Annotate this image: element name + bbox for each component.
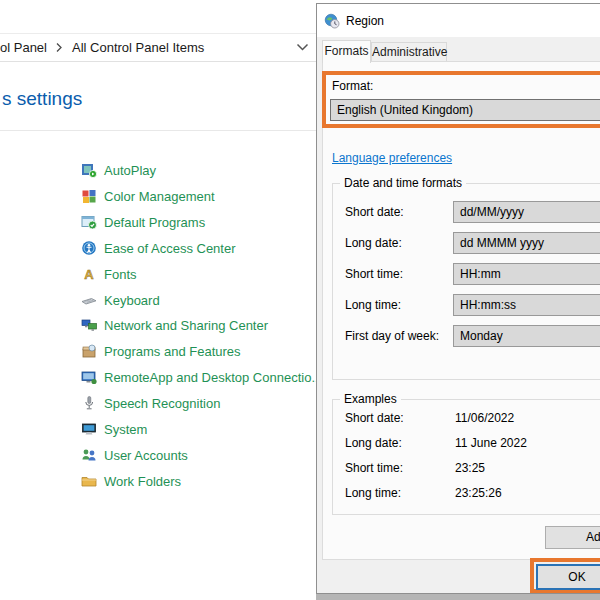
additional-settings-button[interactable]: Ad: [545, 526, 600, 549]
control-panel-item-keyboard[interactable]: Keyboard: [81, 291, 160, 309]
control-panel-item-label: Color Management: [104, 189, 215, 204]
default-programs-icon: [81, 214, 97, 230]
example-long-date-label: Long date:: [345, 436, 402, 450]
chevron-down-icon[interactable]: [296, 43, 309, 52]
control-panel-item-fonts[interactable]: A Fonts: [81, 265, 137, 283]
region-globe-clock-icon: [324, 13, 340, 29]
region-dialog: Region Formats Administrative Format: En…: [316, 3, 600, 594]
control-panel-item-label: User Accounts: [104, 448, 188, 463]
breadcrumb: ol Panel All Control Panel Items: [0, 33, 316, 62]
control-panel-item-label: RemoteApp and Desktop Connectio...: [104, 370, 322, 385]
control-panel-item-label: Ease of Access Center: [104, 241, 236, 256]
short-date-combobox[interactable]: dd/MM/yyyy: [453, 201, 600, 223]
remoteapp-icon: [81, 369, 97, 385]
work-folders-icon: [81, 473, 97, 489]
control-panel-item-autoplay[interactable]: AutoPlay: [81, 161, 156, 179]
control-panel-item-label: System: [104, 422, 147, 437]
ease-of-access-icon: [81, 240, 97, 256]
long-date-label: Long date:: [345, 236, 402, 250]
ok-button[interactable]: OK: [536, 564, 600, 590]
breadcrumb-all-control-panel-items[interactable]: All Control Panel Items: [72, 40, 204, 55]
dialog-bottom-shadow: [316, 594, 600, 600]
tab-administrative[interactable]: Administrative: [371, 42, 447, 63]
control-panel-item-label: Network and Sharing Center: [104, 318, 268, 333]
keyboard-icon: [81, 292, 97, 308]
dialog-title: Region: [346, 14, 384, 28]
example-short-date-label: Short date:: [345, 411, 404, 425]
color-management-icon: [81, 188, 97, 204]
control-panel-item-ease-of-access[interactable]: Ease of Access Center: [81, 239, 236, 257]
control-panel-item-label: Programs and Features: [104, 344, 241, 359]
control-panel-item-label: Default Programs: [104, 215, 205, 230]
control-panel-item-programs-features[interactable]: Programs and Features: [81, 342, 241, 360]
long-time-combobox[interactable]: HH:mm:ss: [453, 294, 600, 316]
autoplay-icon: [81, 162, 97, 178]
short-time-label: Short time:: [345, 267, 403, 281]
screen: ol Panel All Control Panel Items s setti…: [0, 0, 600, 600]
example-long-date-value: 11 June 2022: [455, 436, 527, 450]
control-panel-item-network-sharing[interactable]: Network and Sharing Center: [81, 316, 268, 334]
control-panel-item-system[interactable]: System: [81, 420, 147, 438]
control-panel-item-speech-recognition[interactable]: Speech Recognition: [81, 394, 220, 412]
control-panel-item-remoteapp[interactable]: RemoteApp and Desktop Connectio...: [81, 368, 322, 386]
dialog-titlebar: Region: [317, 4, 600, 37]
control-panel-item-label: Fonts: [104, 267, 137, 282]
example-short-time-value: 23:25: [455, 461, 485, 475]
control-panel-item-user-accounts[interactable]: User Accounts: [81, 446, 188, 464]
control-panel-item-label: AutoPlay: [104, 163, 156, 178]
breadcrumb-separator-icon: [56, 42, 63, 53]
format-label: Format:: [332, 79, 373, 93]
control-panel-item-label: Speech Recognition: [104, 396, 220, 411]
date-time-formats-group-label: Date and time formats: [340, 176, 466, 190]
control-panel-item-color-management[interactable]: Color Management: [81, 187, 215, 205]
page-title: s settings: [2, 88, 82, 110]
breadcrumb-control-panel[interactable]: ol Panel: [0, 40, 47, 55]
control-panel-item-label: Work Folders: [104, 474, 181, 489]
speech-recognition-icon: [81, 395, 97, 411]
long-date-combobox[interactable]: dd MMMM yyyy: [453, 232, 600, 254]
first-day-of-week-label: First day of week:: [345, 329, 439, 343]
control-panel-item-label: Keyboard: [104, 293, 160, 308]
long-time-label: Long time:: [345, 298, 401, 312]
control-panel-item-work-folders[interactable]: Work Folders: [81, 472, 181, 490]
system-icon: [81, 421, 97, 437]
user-accounts-icon: [81, 447, 97, 463]
example-short-date-value: 11/06/2022: [455, 411, 514, 425]
language-preferences-link[interactable]: Language preferences: [332, 151, 452, 165]
control-panel-item-default-programs[interactable]: Default Programs: [81, 213, 205, 231]
examples-group-label: Examples: [340, 392, 401, 406]
format-combobox[interactable]: English (United Kingdom): [330, 99, 600, 121]
first-day-of-week-combobox[interactable]: Monday: [453, 325, 600, 347]
tab-formats[interactable]: Formats: [322, 40, 371, 63]
divider: [0, 130, 316, 131]
short-time-combobox[interactable]: HH:mm: [453, 263, 600, 285]
programs-features-icon: [81, 343, 97, 359]
network-sharing-icon: [81, 317, 97, 333]
example-long-time-label: Long time:: [345, 486, 401, 500]
fonts-icon: A: [81, 266, 97, 282]
example-short-time-label: Short time:: [345, 461, 403, 475]
example-long-time-value: 23:25:26: [455, 486, 502, 500]
short-date-label: Short date:: [345, 205, 404, 219]
svg-text:A: A: [84, 267, 94, 282]
